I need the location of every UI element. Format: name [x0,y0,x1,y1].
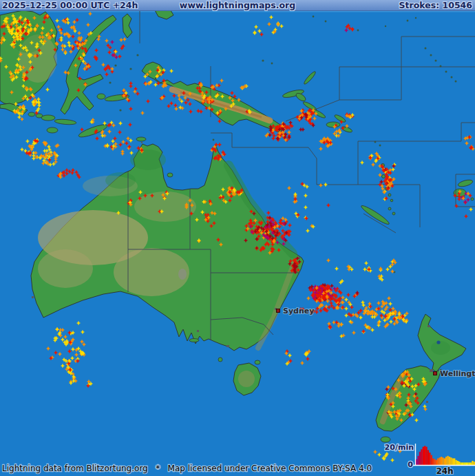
histogram-bar [424,446,425,465]
histogram-xaxis-label: 24h [436,466,453,476]
histogram-bar [449,457,450,465]
histogram-bar [455,460,456,465]
city-marker-sydney[interactable] [277,309,280,313]
histogram-bar [450,457,452,465]
histogram-bar [421,449,422,465]
histogram-bar [423,447,424,465]
histogram-bar [431,455,432,465]
city-label-wellington: Wellington [440,369,475,378]
histogram-bar [458,462,460,465]
histogram-bar [419,452,421,465]
histogram-bar [462,462,463,465]
histogram-bar [457,461,458,465]
histogram-bar [465,462,467,465]
histogram-bar [444,458,445,465]
histogram-bar [417,456,419,465]
histogram-bar [434,459,435,465]
histogram-bar [429,453,430,465]
land-flinders-island [255,360,260,364]
histogram-bar [437,458,439,465]
lake-taupo [436,340,440,344]
histogram-bar [469,462,470,465]
header-strokes-count: Strokes: 10546 [399,0,472,11]
histogram-bar [416,459,417,465]
histogram-bar [436,460,437,465]
land-bali [28,112,35,116]
land-loyalty-1 [388,207,391,210]
histogram-bar [470,462,472,465]
histogram-bar [461,462,462,465]
histogram-bar [427,450,429,465]
histogram-bar [445,457,447,465]
histogram-bar [452,458,454,465]
lightning-map-app: 2025-12-25 00:00 UTC +24h www.lightningm… [0,0,475,476]
lightning-map[interactable]: SydneyWellington 20/min 0 24h Lightning … [0,0,475,476]
histogram-bar [472,461,473,465]
footer-attribution: Lightning data from Blitzortung.org * Ma… [2,464,372,473]
histogram-bar [442,457,443,465]
header-bar: 2025-12-25 00:00 UTC +24h www.lightningm… [0,0,475,11]
land-kangaroo-island [189,339,199,342]
land-buru [97,94,105,99]
histogram-bar [439,457,441,465]
histogram-bar [467,462,468,465]
land-fiji-small [471,198,474,200]
land-sumbawa [41,115,55,121]
land-stewart-island [381,437,390,442]
map-top-highlight [0,11,475,12]
land-loyalty-2 [392,212,395,215]
land-king-island [218,358,222,362]
land-melville-island [136,137,146,141]
histogram-bar [432,458,434,465]
histogram-zero-label: 0 [408,460,413,469]
histogram-bar [425,447,427,465]
land-sumba [47,127,58,133]
histogram-bar [454,458,455,465]
land-groote [167,173,173,177]
histogram-bar [463,462,465,465]
city-label-sydney: Sydney [283,307,314,315]
histogram-bar [441,457,442,465]
histogram-bar [447,456,448,465]
city-marker-wellington[interactable] [434,372,437,375]
histogram-ymax-label: 20/min [385,443,414,452]
